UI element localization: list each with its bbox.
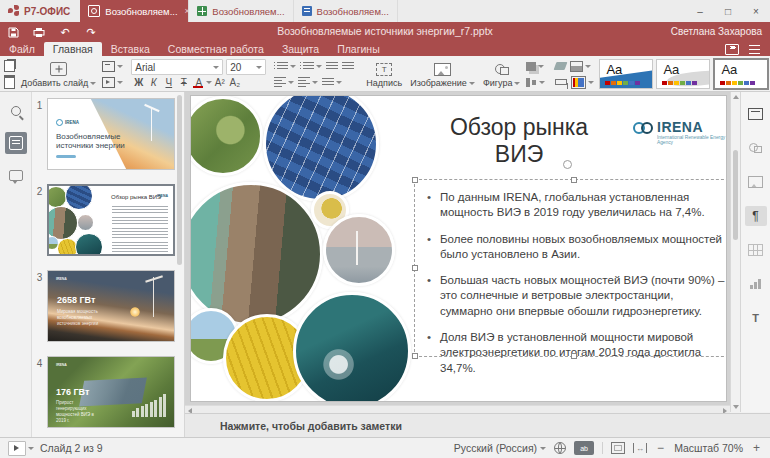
decrease-indent-button[interactable] <box>324 59 340 73</box>
search-button[interactable] <box>5 100 27 122</box>
line-spacing-button[interactable] <box>320 75 344 89</box>
textbox-icon: T <box>376 63 392 76</box>
hide-toolbar-icon[interactable] <box>749 45 760 54</box>
tab-collaboration[interactable]: Совместная работа <box>159 42 273 56</box>
set-language-icon[interactable] <box>554 442 566 454</box>
print-button[interactable] <box>26 23 52 41</box>
slide-editor[interactable]: Обзор рынка ВИЭ IRENA International Rene… <box>190 95 727 402</box>
image-settings-button[interactable] <box>745 172 767 192</box>
slide-canvas: Обзор рынка ВИЭ IRENA International Rene… <box>185 92 730 405</box>
resize-handle-w[interactable] <box>412 265 418 271</box>
fit-to-slide-icon[interactable] <box>611 442 625 454</box>
change-transition-button[interactable] <box>100 75 125 89</box>
bullet-list-button[interactable] <box>272 59 298 73</box>
add-slide-button[interactable]: Добавить слайд <box>17 58 100 90</box>
slide-settings-button[interactable] <box>745 104 767 124</box>
rotate-handle[interactable] <box>563 160 572 169</box>
thumbnails-scrollbar-thumb[interactable] <box>177 95 182 265</box>
vertical-scrollbar-thumb[interactable] <box>733 150 738 240</box>
slides-panel-button[interactable] <box>5 132 27 154</box>
increase-indent-icon <box>342 62 354 71</box>
align-shape-button[interactable] <box>524 75 547 89</box>
slide-thumbnail-1[interactable]: IRENA Возобновляемыеисточники энергии <box>47 98 175 170</box>
scroll-down-arrow[interactable] <box>733 405 739 409</box>
comments-button[interactable] <box>5 164 27 186</box>
tab-plugins[interactable]: Плагины <box>328 42 389 56</box>
shape-fill-button[interactable] <box>568 59 593 73</box>
irena-logo-small: IRENA <box>56 277 67 281</box>
paste-button[interactable] <box>2 75 17 89</box>
maximize-button[interactable]: □ <box>714 0 742 22</box>
window-tab-document[interactable]: Возобновляем... <box>294 0 398 22</box>
resize-handle-nw[interactable] <box>412 177 418 183</box>
redo-button[interactable]: ↷ <box>78 23 104 41</box>
bold-button[interactable]: Ж <box>131 75 146 89</box>
insert-shape-button[interactable]: Фигура <box>479 58 525 90</box>
copy-button[interactable] <box>2 59 17 73</box>
color-scheme-button[interactable] <box>569 75 596 89</box>
shape-label: Фигура <box>483 78 513 88</box>
italic-button[interactable]: К <box>146 75 161 89</box>
slide-thumbnail-3[interactable]: IRENA 2658 ГВт Мировая мощность возобнов… <box>47 270 175 342</box>
slide-title[interactable]: Обзор рынка ВИЭ <box>429 114 609 168</box>
undo-button[interactable]: ↶ <box>52 23 78 41</box>
clear-style-button[interactable] <box>553 59 568 73</box>
vertical-scrollbar[interactable] <box>730 92 740 412</box>
open-file-location-icon[interactable] <box>725 44 739 55</box>
paragraph-settings-button[interactable]: ¶ <box>745 206 767 226</box>
save-button[interactable] <box>0 23 26 41</box>
theme-palette <box>720 81 755 85</box>
font-size-select[interactable]: 20 <box>226 59 266 75</box>
chart-settings-button[interactable] <box>745 274 767 294</box>
scroll-up-arrow[interactable] <box>733 95 739 99</box>
tab-protection[interactable]: Защита <box>273 42 328 56</box>
close-button[interactable]: × <box>742 0 770 22</box>
slide-thumbnail-2-selected[interactable]: Обзор рынка ВИЭ IRENA <box>47 184 175 256</box>
tab-file[interactable]: Файл <box>0 42 44 56</box>
window-tab-presentation[interactable]: Возобновляем... × <box>80 0 189 22</box>
superscript-button[interactable]: А² <box>212 75 227 89</box>
tab-home[interactable]: Главная <box>44 42 102 56</box>
theme-option-1[interactable]: Aa <box>599 59 653 89</box>
slide-thumbnail-4[interactable]: IRENA 176 ГВт Прирост генерирующих мощно… <box>47 356 175 428</box>
insert-textbox-button[interactable]: T Надпись <box>362 58 406 90</box>
selected-text-box[interactable]: •По данным IRENA, глобальная установленн… <box>414 179 727 357</box>
subscript-button[interactable]: А₂ <box>227 75 242 89</box>
bullet-text[interactable]: •По данным IRENA, глобальная установленн… <box>427 190 725 356</box>
zoom-out-button[interactable]: − <box>655 441 666 455</box>
table-settings-button[interactable] <box>745 240 767 260</box>
resize-handle-n[interactable] <box>571 177 577 183</box>
change-layout-button[interactable] <box>100 59 125 73</box>
spellcheck-toggle[interactable]: ab <box>574 441 594 455</box>
language-select[interactable]: Русский (Россия) <box>454 442 546 454</box>
font-family-select[interactable]: Arial <box>131 59 223 75</box>
insert-image-button[interactable]: Изображение <box>406 58 479 90</box>
start-slideshow-button[interactable] <box>8 441 34 456</box>
app-logo[interactable]: Р7-ОФИС <box>0 0 80 22</box>
theme-option-3-selected[interactable]: Aa <box>713 58 769 90</box>
resize-handle-s[interactable] <box>571 353 577 359</box>
vertical-align-button[interactable] <box>296 75 320 89</box>
tab-insert[interactable]: Вставка <box>102 42 159 56</box>
status-right: Русский (Россия) ab ↔ − Масштаб 70% + <box>454 441 770 455</box>
shape-settings-button[interactable] <box>745 138 767 158</box>
notes-area[interactable]: Нажмите, чтобы добавить заметки <box>185 413 770 437</box>
solar-panels-photo-circle <box>263 95 379 202</box>
minimize-button[interactable]: – <box>686 0 714 22</box>
strikethrough-button[interactable]: Ŧ <box>176 75 191 89</box>
font-color-button[interactable]: А <box>191 75 206 89</box>
numbered-list-button[interactable] <box>298 59 324 73</box>
underline-button[interactable]: Ч <box>161 75 176 89</box>
resize-handle-sw[interactable] <box>412 353 418 359</box>
textart-settings-button[interactable]: T <box>745 308 767 328</box>
theme-option-2[interactable]: Aa <box>656 59 710 89</box>
window-tab-bar: Р7-ОФИС Возобновляем... × Возобновляем..… <box>0 0 770 22</box>
horizontal-scrollbar[interactable] <box>185 405 730 413</box>
window-tab-spreadsheet[interactable]: Возобновляем... <box>189 0 293 22</box>
arrange-shape-button[interactable] <box>524 59 547 73</box>
copy-style-button[interactable] <box>553 75 569 89</box>
increase-indent-button[interactable] <box>340 59 356 73</box>
horizontal-align-button[interactable] <box>272 75 296 89</box>
zoom-in-button[interactable]: + <box>751 441 762 455</box>
fit-to-width-icon[interactable]: ↔ <box>633 443 647 453</box>
